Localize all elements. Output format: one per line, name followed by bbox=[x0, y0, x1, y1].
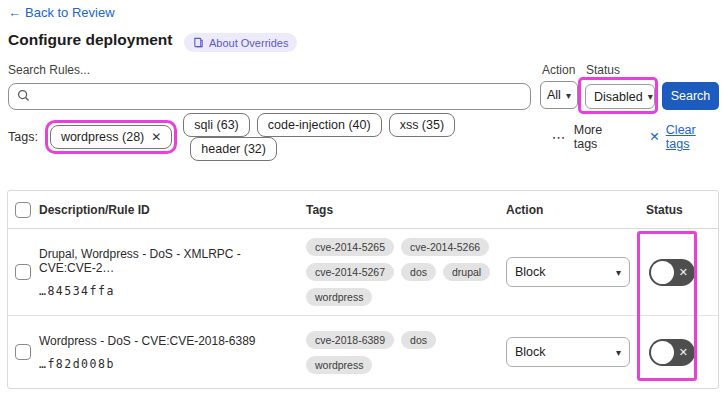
header-status: Status bbox=[646, 203, 718, 217]
action-select[interactable]: Block ▾ bbox=[506, 337, 630, 367]
status-filter-select[interactable]: Disabled▾ bbox=[585, 84, 655, 109]
table-body: Drupal, Wordpress - DoS - XMLRPC - CVE:C… bbox=[8, 229, 718, 388]
rule-tag: cve-2018-6389 bbox=[306, 331, 394, 349]
header-tags: Tags bbox=[306, 203, 506, 217]
rule-id: …84534ffa bbox=[39, 284, 115, 298]
action-filter-select[interactable]: All▾ bbox=[540, 81, 578, 109]
ellipsis-icon: ⋯ bbox=[552, 129, 567, 145]
about-overrides-label: About Overrides bbox=[209, 37, 288, 49]
left-arrow-icon: ← bbox=[8, 5, 21, 20]
action-select[interactable]: Block ▾ bbox=[506, 257, 630, 287]
back-link-label: Back to Review bbox=[25, 5, 115, 20]
x-icon: ✕ bbox=[679, 266, 688, 279]
status-toggle[interactable]: ✕ bbox=[649, 259, 695, 286]
rule-tag-list: cve-2018-6389doswordpress bbox=[306, 331, 496, 374]
status-filter-value: Disabled bbox=[594, 90, 643, 104]
row-checkbox[interactable] bbox=[15, 264, 31, 280]
action-select-value: Block bbox=[515, 345, 546, 359]
header-description: Description/Rule ID bbox=[39, 203, 306, 217]
tag-pill[interactable]: xss (35) bbox=[389, 113, 455, 137]
annotation-highlight-status-filter: Disabled▾ bbox=[578, 77, 658, 114]
rule-description: Drupal, Wordpress - DoS - XMLRPC - CVE:C… bbox=[39, 247, 292, 275]
rule-description: Wordpress - DoS - CVE:CVE-2018-6389 bbox=[39, 334, 256, 348]
tag-pill-label: wordpress (28) bbox=[61, 130, 144, 144]
search-rules-input[interactable] bbox=[36, 90, 522, 104]
tag-pill[interactable]: sqli (63) bbox=[183, 113, 249, 137]
header-action: Action bbox=[506, 203, 646, 217]
tag-pill[interactable]: code-injection (40) bbox=[257, 113, 382, 137]
search-rules-label: Search Rules... bbox=[8, 63, 90, 77]
clear-tags-button[interactable]: ✕ Clear tags bbox=[649, 123, 720, 151]
more-tags-button[interactable]: ⋯ More tags bbox=[552, 123, 627, 151]
search-icon bbox=[17, 88, 30, 106]
status-filter-label: Status bbox=[586, 63, 620, 77]
about-overrides-badge[interactable]: About Overrides bbox=[184, 33, 297, 52]
x-icon: ✕ bbox=[679, 346, 688, 359]
more-tags-label: More tags bbox=[574, 123, 627, 151]
page-title: Configure deployment bbox=[8, 31, 172, 49]
configure-deployment-page: ←Back to Review Configure deployment Abo… bbox=[0, 0, 725, 406]
rules-table: Description/Rule ID Tags Action Status D… bbox=[7, 190, 719, 389]
action-filter-label: Action bbox=[542, 63, 575, 77]
chevron-down-icon: ▾ bbox=[616, 347, 621, 358]
rule-tag: dos bbox=[401, 331, 436, 349]
rule-tag: wordpress bbox=[306, 356, 372, 374]
rule-tag: cve-2014-5265 bbox=[306, 238, 394, 256]
toggle-knob bbox=[651, 261, 674, 284]
table-row: Wordpress - DoS - CVE:CVE-2018-6389 …f82… bbox=[8, 316, 718, 388]
status-toggle[interactable]: ✕ bbox=[649, 339, 695, 366]
row-checkbox[interactable] bbox=[15, 344, 31, 360]
rule-tag-list: cve-2014-5265cve-2014-5266cve-2014-5267d… bbox=[306, 238, 496, 306]
back-to-review-link[interactable]: ←Back to Review bbox=[8, 5, 115, 20]
rule-tag: dos bbox=[401, 263, 436, 281]
tags-label: Tags: bbox=[8, 130, 38, 144]
search-button[interactable]: Search bbox=[662, 82, 719, 110]
action-filter-value: All bbox=[547, 88, 561, 102]
table-header-row: Description/Rule ID Tags Action Status bbox=[8, 191, 718, 229]
chevron-down-icon: ▾ bbox=[616, 267, 621, 278]
select-all-checkbox[interactable] bbox=[15, 202, 31, 218]
clear-tags-label: Clear tags bbox=[666, 123, 720, 151]
annotation-highlight-selected-tag: wordpress (28) ✕ bbox=[45, 120, 177, 154]
chevron-down-icon: ▾ bbox=[648, 91, 653, 102]
rule-tag: wordpress bbox=[306, 288, 372, 306]
clear-icon: ✕ bbox=[649, 129, 659, 144]
table-row: Drupal, Wordpress - DoS - XMLRPC - CVE:C… bbox=[8, 229, 718, 316]
chevron-down-icon: ▾ bbox=[566, 90, 571, 101]
remove-tag-icon[interactable]: ✕ bbox=[151, 130, 161, 144]
tags-bar: Tags: wordpress (28) ✕ sqli (63)code-inj… bbox=[8, 120, 720, 153]
rule-tag: cve-2014-5266 bbox=[401, 238, 489, 256]
tag-pill-list: sqli (63)code-injection (40)xss (35)head… bbox=[183, 113, 534, 161]
search-rules-box bbox=[8, 83, 531, 110]
rule-id: …f82d008b bbox=[39, 357, 115, 371]
rule-tag: cve-2014-5267 bbox=[306, 263, 394, 281]
action-select-value: Block bbox=[515, 265, 546, 279]
book-icon bbox=[193, 37, 204, 48]
tag-pill[interactable]: header (32) bbox=[190, 137, 277, 161]
tag-pill-wordpress[interactable]: wordpress (28) ✕ bbox=[50, 125, 172, 149]
rule-tag: drupal bbox=[443, 263, 490, 281]
toggle-knob bbox=[651, 341, 674, 364]
